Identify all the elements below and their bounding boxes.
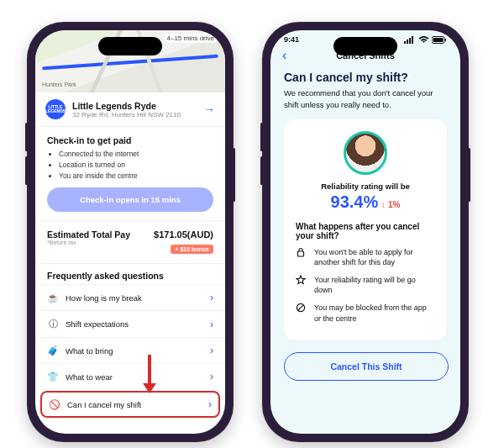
star-icon <box>296 275 307 296</box>
ban-icon: 🚫 <box>49 399 60 410</box>
pay-label: Estimated Total Pay <box>47 229 130 240</box>
faq-item-label: What to bring <box>66 346 113 356</box>
ban-icon <box>296 303 307 324</box>
place-name: Little Legends Ryde <box>72 101 181 111</box>
rating-delta: ↓ 1% <box>381 200 400 209</box>
reliability-card: Reliability rating will be 93.4%↓ 1% Wha… <box>284 119 447 341</box>
consequence-item: You may be blocked from the app or the c… <box>296 303 435 324</box>
pay-note: *Before tax <box>47 240 130 245</box>
svg-line-9 <box>298 305 303 310</box>
notch <box>98 37 162 55</box>
rating-value-number: 93.4% <box>331 192 379 211</box>
faq-item-bring[interactable]: 🧳 What to bring › <box>35 337 225 363</box>
park-label: Hunters Park <box>42 82 76 87</box>
pay-bonus-badge: + $10 bonus <box>171 245 213 254</box>
chevron-right-icon: › <box>210 371 213 382</box>
arrow-right-icon: → <box>203 103 215 116</box>
checkin-button[interactable]: Check-in opens in 15 mins <box>47 187 213 212</box>
consequence-text: Your reliability rating will be go down <box>314 275 435 296</box>
faq-item-label: Can I cancel my shift <box>67 400 141 409</box>
avatar <box>344 131 387 175</box>
cancel-shift-button[interactable]: Cancel This Shift <box>284 352 449 381</box>
consequences-title: What happens after you cancel your shift… <box>296 222 435 240</box>
wifi-icon <box>418 36 429 44</box>
svg-rect-5 <box>433 38 444 42</box>
coffee-icon: ☕ <box>47 293 59 303</box>
consequence-text: You won't be able to apply for another s… <box>314 247 435 268</box>
pay-section: Estimated Total Pay *Before tax $171.05(… <box>35 221 225 264</box>
rating-label: Reliability rating will be <box>296 182 435 191</box>
notch <box>333 37 397 55</box>
faq-section: Frequently asked questions ☕ How long is… <box>35 264 225 434</box>
rating-value: 93.4%↓ 1% <box>296 192 435 212</box>
status-time: 9:41 <box>284 35 299 44</box>
faq-item-label: What to wear <box>66 372 113 382</box>
chevron-right-icon: › <box>210 319 213 330</box>
chevron-right-icon: › <box>208 398 212 410</box>
pay-amount: $171.05(AUD) <box>154 229 213 240</box>
svg-rect-7 <box>298 251 304 256</box>
checkin-section: Check-in to get paid Connected to the in… <box>35 127 225 221</box>
place-logo: LITTLE LEGENDS <box>45 99 66 119</box>
consequence-item: You won't be able to apply for another s… <box>296 247 435 268</box>
faq-item-label: How long is my break <box>66 293 142 303</box>
faq-item-cancel-shift[interactable]: 🚫 Can I cancel my shift › <box>40 391 220 418</box>
faq-item-label: Shift expectations <box>66 319 129 329</box>
phone-left: 4–15 mins drive Hunters Park LITTLE LEGE… <box>27 22 234 442</box>
svg-rect-1 <box>407 40 408 44</box>
battery-icon <box>432 36 447 44</box>
consequence-text: You may be blocked from the app or the c… <box>314 303 435 324</box>
lock-icon <box>296 247 307 268</box>
place-row[interactable]: LITTLE LEGENDS Little Legends Ryde 32 Ry… <box>35 92 225 127</box>
bag-icon: 🧳 <box>47 345 59 356</box>
faq-title: Frequently asked questions <box>35 264 225 284</box>
checkin-bullet: Location is turned on <box>59 160 213 171</box>
consequence-item: Your reliability rating will be go down <box>296 275 435 296</box>
page-subtext: We recommend that you don't cancel your … <box>284 87 447 111</box>
checkin-bullets: Connected to the internet Location is tu… <box>47 149 213 181</box>
annotation-arrow-icon <box>143 355 156 393</box>
svg-rect-3 <box>412 36 413 44</box>
svg-rect-6 <box>445 39 447 41</box>
svg-rect-2 <box>409 38 411 44</box>
drive-eta: 4–15 mins drive <box>165 34 217 43</box>
chevron-right-icon: › <box>210 345 213 356</box>
checkin-title: Check-in to get paid <box>47 135 213 145</box>
phone-right: 9:41 ‹ Cancel Shifts Can I cancel my shi… <box>262 22 469 442</box>
info-icon: ⓘ <box>47 318 59 330</box>
faq-item-wear[interactable]: 👕 What to wear › <box>35 363 225 389</box>
svg-rect-0 <box>404 41 406 44</box>
faq-item-break[interactable]: ☕ How long is my break › <box>35 284 225 310</box>
signal-icon <box>404 36 416 44</box>
place-address: 32 Ryde Rd, Hunters Hill NSW 2110 <box>72 111 181 119</box>
back-button[interactable]: ‹ <box>282 48 286 63</box>
shirt-icon: 👕 <box>47 372 59 382</box>
page-question: Can I cancel my shift? <box>284 71 447 84</box>
faq-item-expectations[interactable]: ⓘ Shift expectations › <box>35 310 225 337</box>
checkin-bullet: Connected to the internet <box>59 149 213 160</box>
chevron-right-icon: › <box>210 292 213 303</box>
checkin-bullet: You are inside the centre <box>59 171 213 182</box>
